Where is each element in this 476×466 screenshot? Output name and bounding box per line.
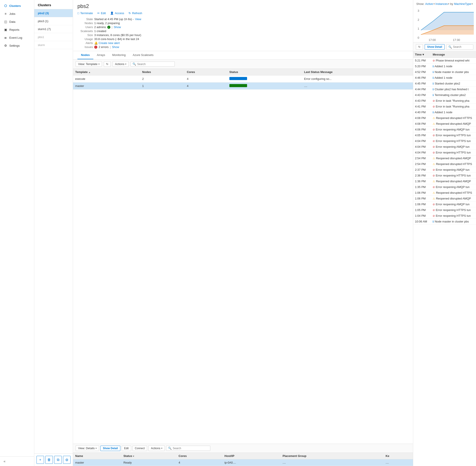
tab-nodes[interactable]: Nodes: [77, 51, 93, 59]
connect-button[interactable]: Connect: [132, 446, 147, 451]
view-details-button[interactable]: View: Details ▾: [76, 445, 99, 451]
sidebar-item-clusters[interactable]: ⬡ Clusters: [0, 2, 34, 10]
list-item[interactable]: 4:40 PM ℹ Added 1 node: [413, 109, 476, 115]
list-item[interactable]: 2:54 PM ⚠ Reopened disrupted AMQP: [413, 155, 476, 161]
sidebar-item-settings[interactable]: ⚙ Settings: [0, 42, 34, 49]
list-item[interactable]: 2:54 PM ⚠ Reopened disrupted HTTPS: [413, 161, 476, 167]
cluster-item-pbs1[interactable]: pbs1: [34, 33, 73, 41]
list-item[interactable]: 4:44 PM ℹ Cluster pbs2 has finished t: [413, 86, 476, 92]
event-search-input[interactable]: [453, 45, 471, 48]
create-alert-link[interactable]: 🔔 Create new alert: [94, 41, 120, 45]
tab-azure-scalesets[interactable]: Azure Scalesets: [129, 51, 157, 59]
list-item[interactable]: 1:06 PM ⚠ Reopened disrupted HTTPS: [413, 190, 476, 196]
list-item[interactable]: 1:35 PM ⊘ Error reopening AMQP tun: [413, 184, 476, 190]
list-item[interactable]: 2:37 PM ⊘ Error reopening AMQP tun: [413, 167, 476, 173]
instances-search-input[interactable]: [173, 447, 208, 450]
cell-time: 4:52 PM: [413, 69, 431, 75]
machinetype-link[interactable]: MachineType ▾: [454, 2, 473, 6]
cell-time: 1:05 PM: [413, 207, 431, 213]
list-item[interactable]: 5:20 PM ℹ Added 1 node: [413, 63, 476, 69]
table-row[interactable]: master 1 4 ....: [73, 82, 413, 90]
cluster-item-slurm1[interactable]: slurm1 (7): [34, 25, 73, 33]
list-item[interactable]: 1:05 PM ⊘ Error reopening HTTPS tun: [413, 207, 476, 213]
cluster-item-pbs3[interactable]: pbs3 (1): [34, 17, 73, 25]
list-item[interactable]: 4:46 PM ℹ Added 1 node: [413, 75, 476, 81]
sidebar-item-eventlog[interactable]: ≣ Event Log: [0, 34, 34, 42]
info-icon: ℹ: [433, 76, 434, 79]
table-row[interactable]: master Ready 4 ip-0A0.... .... ....: [73, 459, 413, 466]
list-item[interactable]: 4:41 PM ⊘ Error in task "Running pha: [413, 104, 476, 109]
list-item[interactable]: 1:06 PM ⚠ Reopened disrupted AMQP: [413, 196, 476, 201]
view-template-button[interactable]: View: Template ▾: [76, 61, 102, 67]
edit-action[interactable]: ✏ Edit: [97, 12, 106, 15]
list-item[interactable]: 4:45 PM ℹ Started cluster pbs2: [413, 81, 476, 86]
event-refresh-button[interactable]: ↻: [416, 44, 423, 49]
access-action[interactable]: 👤 Access: [110, 12, 124, 15]
upper-toolbar: View: Template ▾ ↻ Actions ▾ 🔍: [73, 59, 413, 69]
list-item[interactable]: 4:06 PM ⊘ Error reopening AMQP tun: [413, 127, 476, 132]
list-item[interactable]: 2:36 PM ⊘ Error reopening HTTPS tun: [413, 173, 476, 178]
list-item[interactable]: 5:21 PM ⊘ Phase timeout expired whi: [413, 58, 476, 63]
table-row[interactable]: execute 2 4 Error configuring so...: [73, 75, 413, 82]
tab-monitoring[interactable]: Monitoring: [109, 51, 129, 59]
list-item[interactable]: 4:08 PM ⚠ Reopened disrupted HTTPS: [413, 115, 476, 121]
list-item[interactable]: 10:06 AM ℹ Node master in cluster pbs: [413, 219, 476, 224]
state-view-link[interactable]: View: [135, 17, 141, 21]
list-item[interactable]: 4:43 PM ⊘ Error in task "Running pha: [413, 98, 476, 104]
col-status[interactable]: Status ▾: [121, 453, 176, 459]
sidebar-item-jobs[interactable]: ≡ Jobs: [0, 10, 34, 18]
cluster-list-panel: Clusters pbs2 (3) pbs3 (1) slurm1 (7) pb…: [34, 0, 73, 466]
error-icon: ⊘: [433, 59, 435, 62]
refresh-table-button[interactable]: ↻: [104, 61, 111, 67]
copy-cluster-button[interactable]: ⧉: [54, 456, 62, 464]
col-time[interactable]: Time ▾: [413, 52, 431, 58]
list-item[interactable]: 4:04 PM ⊘ Error reopening HTTPS tun: [413, 138, 476, 144]
cluster-item-slurm[interactable]: slurm: [34, 41, 73, 49]
delete-cluster-button[interactable]: 🗑: [45, 456, 53, 464]
issues-show-link[interactable]: Show: [112, 45, 119, 49]
event-show-detail-button[interactable]: Show Detail: [425, 44, 445, 49]
list-item[interactable]: 1:36 PM ⚠ Reopened disrupted AMQP: [413, 178, 476, 184]
cell-message: ⚠ Reopened disrupted HTTPS: [431, 115, 476, 121]
nodes-search-input[interactable]: [137, 63, 173, 66]
cluster-settings-button[interactable]: ⚙: [63, 456, 70, 464]
col-template[interactable]: Template ▲: [73, 69, 140, 75]
list-item[interactable]: 4:04 PM ⊘ Error reopening AMQP tun: [413, 144, 476, 150]
col-cores[interactable]: Cores: [185, 69, 227, 75]
col-status[interactable]: Status: [227, 69, 302, 75]
active-link[interactable]: Active ▾: [425, 2, 434, 6]
users-show-link[interactable]: Show: [114, 25, 121, 29]
list-item[interactable]: 4:05 PM ⊘ Error reopening HTTPS tun: [413, 132, 476, 138]
lower-actions-button[interactable]: Actions ▾: [148, 445, 165, 451]
instances-link[interactable]: Instances ▾: [436, 2, 450, 6]
show-detail-button[interactable]: Show Detail: [100, 446, 120, 451]
edit-instance-button[interactable]: Edit: [122, 446, 131, 451]
list-item[interactable]: 4:52 PM ℹ Node master in cluster pbs: [413, 69, 476, 75]
cell-time: 2:54 PM: [413, 155, 431, 161]
list-item[interactable]: 4:43 PM ℹ Terminating cluster pbs2: [413, 92, 476, 98]
scalesets-row: Scalesets 1 created: [77, 29, 408, 33]
cluster-item-pbs2[interactable]: pbs2 (3): [34, 9, 73, 17]
collapse-button[interactable]: «: [3, 459, 6, 463]
cell-time: 1:36 PM: [413, 178, 431, 184]
list-item[interactable]: 4:08 PM ⚠ Reopened disrupted AMQP: [413, 121, 476, 127]
terminate-action[interactable]: □ Terminate: [77, 12, 93, 15]
tab-arrays[interactable]: Arrays: [93, 51, 109, 59]
refresh-action[interactable]: ↻ Refresh: [128, 12, 142, 15]
sidebar-item-label: Settings: [9, 44, 20, 47]
cell-time: 2:37 PM: [413, 167, 431, 173]
cell-message: ⊘ Error reopening HTTPS tun: [431, 138, 476, 144]
sidebar-item-data[interactable]: ◫ Data: [0, 18, 34, 26]
actions-button[interactable]: Actions ▾: [113, 61, 129, 67]
add-cluster-button[interactable]: +: [36, 456, 44, 464]
list-item[interactable]: 1:06 PM ⊘ Error reopening AMQP tun: [413, 201, 476, 207]
eventlog-icon: ≣: [3, 36, 8, 39]
warning-icon: ⚠: [433, 191, 435, 194]
cluster-list-footer: + 🗑 ⧉ ⚙: [34, 453, 73, 466]
list-item[interactable]: 1:04 PM ⊘ Error reopening HTTPS tun: [413, 213, 476, 219]
sidebar-item-reports[interactable]: ▣ Reports: [0, 26, 34, 34]
list-item[interactable]: 4:04 PM ⊘ Error reopening HTTPS tun: [413, 150, 476, 155]
col-nodes[interactable]: Nodes: [140, 69, 185, 75]
nodes-row: Nodes 1 ready, 2 preparing: [77, 22, 408, 25]
cell-time: 10:06 AM: [413, 219, 431, 224]
